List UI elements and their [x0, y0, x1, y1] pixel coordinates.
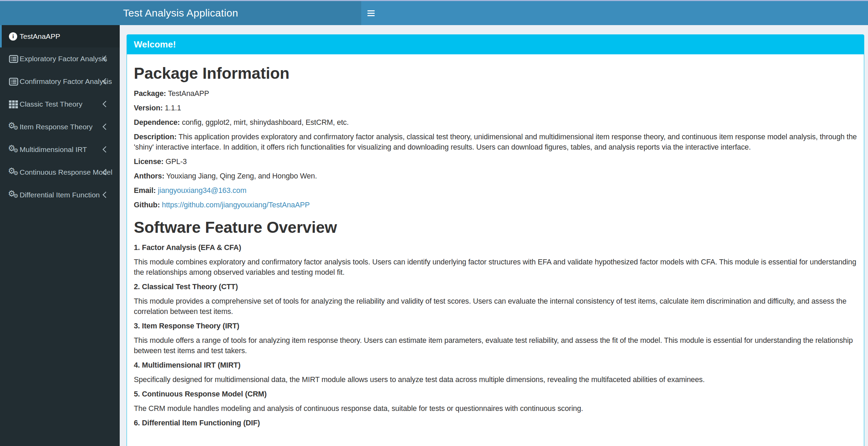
- package-field: Package: TestAnaAPP: [134, 88, 857, 99]
- sidebar-item-exploratory-factor-analysis[interactable]: Exploratory Factor Analysis: [0, 47, 120, 70]
- content-area: Welcome! Package Information Package: Te…: [120, 25, 868, 446]
- welcome-box: Welcome! Package Information Package: Te…: [127, 34, 864, 446]
- chevron-left-icon: [103, 101, 109, 107]
- github-field: Github: https://github.com/jiangyouxiang…: [134, 200, 857, 210]
- github-link[interactable]: https://github.com/jiangyouxiang/TestAna…: [162, 201, 310, 209]
- dependence-field: Dependence: config, ggplot2, mirt, shiny…: [134, 117, 857, 128]
- sidebar-item-item-response-theory[interactable]: ⚙⚙ Item Response Theory: [0, 116, 120, 138]
- main-header: Test Analysis Application: [0, 1, 868, 25]
- top-navbar: [361, 1, 868, 25]
- feature-body-classical-test-theory: This module provides a comprehensive set…: [134, 296, 857, 317]
- sidebar-item-label: Continuous Response Model: [20, 168, 112, 176]
- sidebar-item-differential-item-function[interactable]: ⚙⚙ Differential Item Function: [0, 184, 120, 206]
- welcome-box-body: Package Information Package: TestAnaAPP …: [127, 54, 864, 443]
- sidebar-item-multidimensional-irt[interactable]: ⚙⚙ Multidimensional IRT: [0, 138, 120, 161]
- feature-body-continuous-response-model: The CRM module handles modeling and anal…: [134, 403, 857, 414]
- email-link[interactable]: jiangyouxiang34@163.com: [158, 186, 246, 195]
- sidebar-item-label: Item Response Theory: [20, 123, 93, 131]
- welcome-title: Welcome!: [134, 39, 176, 50]
- description-field: Description: This application provides e…: [134, 132, 857, 152]
- feature-title-item-response-theory: 3. Item Response Theory (IRT): [134, 321, 857, 331]
- email-field: Email: jiangyouxiang34@163.com: [134, 185, 857, 196]
- sidebar: i TestAnaAPP Exploratory Factor Analysis: [0, 25, 120, 446]
- chevron-left-icon: [103, 192, 109, 198]
- feature-title-classical-test-theory: 2. Classical Test Theory (CTT): [134, 282, 857, 292]
- authors-field: Anthors: Youxiang Jiang, Qing Zeng, and …: [134, 171, 857, 181]
- chevron-left-icon: [103, 146, 109, 152]
- sidebar-toggle-button[interactable]: [367, 1, 387, 25]
- table-icon: [9, 100, 20, 108]
- gears-icon: ⚙⚙: [9, 122, 20, 132]
- sidebar-item-classic-test-theory[interactable]: Classic Test Theory: [0, 93, 120, 116]
- sidebar-item-label: Differential Item Function: [20, 191, 100, 199]
- version-field: Version: 1.1.1: [134, 103, 857, 113]
- sidebar-item-label: Multidimensional IRT: [20, 145, 87, 154]
- gears-icon: ⚙⚙: [9, 190, 20, 200]
- sidebar-item-label: Confirmatory Factor Analysis: [20, 77, 112, 86]
- app-logo: Test Analysis Application: [0, 1, 361, 25]
- feature-title-differential-item-functioning: 6. Differential Item Functioning (DIF): [134, 418, 857, 428]
- feature-title-multidimensional-irt: 4. Multidimensional IRT (MIRT): [134, 360, 857, 370]
- chevron-left-icon: [103, 123, 109, 130]
- gears-icon: ⚙⚙: [9, 144, 20, 155]
- sidebar-item-label: Classic Test Theory: [20, 100, 82, 108]
- info-circle-icon: i: [9, 32, 20, 41]
- hamburger-icon: [367, 10, 375, 11]
- welcome-box-header: Welcome!: [127, 35, 864, 54]
- list-alt-icon: [9, 55, 20, 63]
- top-edge-line: [0, 0, 868, 1]
- feature-body-multidimensional-irt: Specifically designed for multidimension…: [134, 374, 857, 385]
- gears-icon: ⚙⚙: [9, 167, 20, 177]
- feature-title-factor-analysis: 1. Factor Analysis (EFA & CFA): [134, 242, 857, 253]
- software-feature-overview-heading: Software Feature Overview: [134, 219, 857, 236]
- sidebar-item-continuous-response-model[interactable]: ⚙⚙ Continuous Response Model: [0, 161, 120, 184]
- list-alt-icon: [9, 78, 20, 86]
- feature-body-factor-analysis: This module combines exploratory and con…: [134, 257, 857, 278]
- sidebar-item-confirmatory-factor-analysis[interactable]: Confirmatory Factor Analysis: [0, 70, 120, 93]
- app-title: Test Analysis Application: [123, 7, 238, 19]
- sidebar-item-label: TestAnaAPP: [20, 32, 60, 41]
- sidebar-menu: i TestAnaAPP Exploratory Factor Analysis: [0, 25, 120, 206]
- feature-title-continuous-response-model: 5. Continuous Response Model (CRM): [134, 389, 857, 399]
- package-information-heading: Package Information: [134, 65, 857, 81]
- license-field: License: GPL-3: [134, 156, 857, 167]
- sidebar-item-label: Exploratory Factor Analysis: [20, 55, 107, 63]
- sidebar-item-testanaapp[interactable]: i TestAnaAPP: [0, 25, 120, 47]
- feature-body-item-response-theory: This module offers a range of tools for …: [134, 335, 857, 356]
